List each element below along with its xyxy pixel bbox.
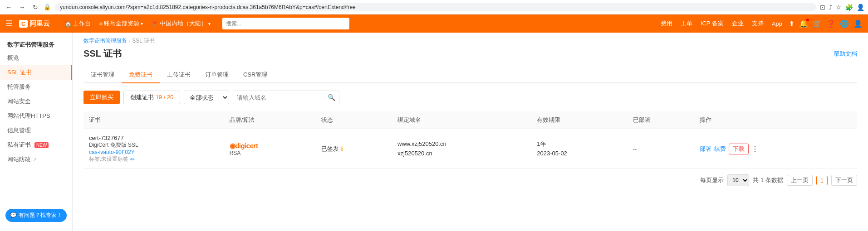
- url-input[interactable]: yundun.console.aliyun.com/?spm=a2c1d.825…: [54, 3, 816, 11]
- help-link[interactable]: 帮助文档: [834, 50, 857, 58]
- domains-cell: www.xzj520520.cn xzj520520.cn: [392, 129, 531, 169]
- external-link-icon: ↗: [33, 157, 37, 163]
- prev-page-button[interactable]: 上一页: [787, 175, 813, 186]
- sidebar-item-overview[interactable]: 概览: [0, 51, 72, 65]
- deployed-count: --: [633, 145, 689, 152]
- breadcrumb-current: SSL 证书: [132, 37, 155, 45]
- cert-type: DigiCert 免费版 SSL: [89, 141, 219, 149]
- status-warning-icon[interactable]: ℹ: [341, 145, 343, 153]
- deploy-button[interactable]: 部署: [700, 145, 711, 153]
- resources-icon: ≡: [99, 20, 103, 27]
- tabs: 证书管理 免费证书 上传证书 订单管理 CSR管理: [83, 67, 857, 83]
- topbar-search[interactable]: [222, 18, 349, 29]
- topbar-nav: 🏠 工作台 ≡ 账号全部资源 ▾ 📍 中国内地（大陆） ▾: [61, 18, 214, 29]
- topbar-right: 费用 工单 ICP 备案 企业 支持 App ⬆ 🔔 🛒 ❓ 🌐 👤: [659, 19, 863, 29]
- status-filter[interactable]: 全部状态 已签发 待验证 已过期 已吊销: [184, 91, 229, 104]
- cert-name: cert-7327677: [89, 135, 219, 141]
- nav-region[interactable]: 📍 中国内地（大陆） ▾: [147, 18, 214, 29]
- digicert-text: ◉digicert: [230, 142, 310, 150]
- tab-csr-management[interactable]: CSR管理: [236, 67, 275, 83]
- nav-icp[interactable]: ICP 备案: [699, 19, 726, 29]
- download-button[interactable]: 下载: [729, 144, 749, 154]
- help-expert-button[interactable]: 💬 有问题？找专家！: [5, 209, 67, 222]
- sidebar: 数字证书管理服务 概览 SSL 证书 托管服务 网站安全 网站代理HTTPS 信…: [0, 33, 73, 231]
- status-issued: 已签发 ℹ: [321, 145, 387, 153]
- extension-icon[interactable]: 🧩: [845, 4, 853, 11]
- tab-cert-management[interactable]: 证书管理: [83, 67, 122, 83]
- location-icon: 📍: [151, 20, 158, 27]
- tab-free-cert[interactable]: 免费证书: [122, 67, 160, 83]
- actions-cell: 部署 续费 下载 ⋮: [694, 129, 857, 169]
- lock-icon: 🔒: [44, 4, 51, 10]
- brand-cell: ◉digicert RSA: [224, 129, 316, 169]
- search-button[interactable]: 🔍: [324, 94, 339, 101]
- domain-item-2: xzj520520.cn: [397, 149, 526, 159]
- create-cert-button[interactable]: 创建证书 19 / 20: [123, 91, 180, 104]
- table-row: cert-7327677 DigiCert 免费版 SSL cas-ivauto…: [83, 129, 857, 169]
- domain-list: www.xzj520520.cn xzj520520.cn: [397, 140, 526, 159]
- main-content: 数字证书管理服务 / SSL 证书 SSL 证书 帮助文档 证书管理 免费证书 …: [73, 33, 868, 231]
- total-info: 共 1 条数据: [753, 176, 783, 184]
- cert-tag: 标签:未设置标签 ✏: [89, 155, 219, 163]
- url-bar: ← → ↻ 🔒 yundun.console.aliyun.com/?spm=a…: [0, 0, 868, 14]
- table-body: cert-7327677 DigiCert 免费版 SSL cas-ivauto…: [83, 129, 857, 169]
- sidebar-item-https-proxy[interactable]: 网站代理HTTPS: [0, 109, 72, 123]
- topbar: ☰ C 阿里云 🏠 工作台 ≡ 账号全部资源 ▾ 📍 中国内地（大陆） ▾ 费用…: [0, 14, 868, 33]
- pagination: 每页显示 10 20 50 共 1 条数据 上一页 1 下一页: [83, 169, 857, 188]
- more-actions-icon[interactable]: ⋮: [751, 144, 759, 153]
- sidebar-item-site-security[interactable]: 网站安全: [0, 94, 72, 109]
- next-page-button[interactable]: 下一页: [831, 175, 857, 186]
- menu-icon[interactable]: ☰: [5, 19, 13, 29]
- main-inner: 数字证书管理服务 / SSL 证书 SSL 证书 帮助文档 证书管理 免费证书 …: [73, 33, 868, 231]
- domain-item-1: www.xzj520520.cn: [397, 140, 526, 149]
- cart-icon[interactable]: 🛒: [813, 19, 822, 28]
- search-input[interactable]: [222, 18, 349, 29]
- question-icon[interactable]: ❓: [826, 19, 835, 28]
- user-avatar[interactable]: 👤: [853, 19, 863, 28]
- buy-button[interactable]: 立即购买: [83, 91, 120, 104]
- back-button[interactable]: ←: [4, 3, 14, 12]
- tab-order-management[interactable]: 订单管理: [198, 67, 236, 83]
- refresh-button[interactable]: ↻: [31, 3, 40, 12]
- status-cell: 已签发 ℹ: [316, 129, 392, 169]
- renew-button[interactable]: 续费: [714, 145, 726, 153]
- nav-enterprise[interactable]: 企业: [730, 19, 745, 29]
- forward-button[interactable]: →: [17, 3, 27, 12]
- digicert-logo: ◉digicert RSA: [230, 142, 310, 156]
- profile-icon[interactable]: 👤: [857, 4, 864, 11]
- nav-workbench[interactable]: 🏠 工作台: [61, 18, 94, 29]
- edit-tag-link[interactable]: ✏: [130, 156, 135, 163]
- nav-ticket[interactable]: 工单: [679, 19, 694, 29]
- bookmark-icon[interactable]: ☆: [836, 4, 842, 11]
- nav-resources[interactable]: ≡ 账号全部资源 ▾: [95, 18, 147, 29]
- col-actions: 操作: [694, 111, 857, 129]
- tab-upload-cert[interactable]: 上传证书: [160, 67, 198, 83]
- actions-group: 部署 续费 下载 ⋮: [700, 144, 852, 154]
- domain-search[interactable]: 🔍: [233, 91, 339, 104]
- cert-instance[interactable]: cas-ivauto-90F02Y: [89, 149, 219, 155]
- toolbar: 立即购买 创建证书 19 / 20 全部状态 已签发 待验证 已过期 已吊销 🔍: [83, 91, 857, 104]
- nav-app[interactable]: App: [770, 19, 784, 28]
- screen-cast-icon[interactable]: ⊡: [820, 4, 825, 11]
- sidebar-item-private-cert[interactable]: 私有证书 NEW: [0, 138, 72, 152]
- current-page[interactable]: 1: [816, 176, 828, 185]
- domain-search-input[interactable]: [233, 91, 324, 104]
- per-page-select[interactable]: 10 20 50: [727, 174, 749, 186]
- page-title-row: SSL 证书 帮助文档: [83, 48, 857, 60]
- page-title: SSL 证书: [83, 48, 122, 60]
- nav-fee[interactable]: 费用: [659, 19, 674, 29]
- caret-icon: ▾: [141, 21, 143, 26]
- logo-text: 阿里云: [29, 19, 50, 28]
- share-icon[interactable]: ⤴: [829, 4, 832, 11]
- col-status: 状态: [316, 111, 392, 129]
- nav-support[interactable]: 支持: [750, 19, 765, 29]
- sidebar-item-hosting[interactable]: 托管服务: [0, 80, 72, 94]
- upload-icon[interactable]: ⬆: [789, 19, 794, 28]
- breadcrumb-link-1[interactable]: 数字证书管理服务: [83, 37, 127, 45]
- sidebar-item-site-tamper[interactable]: 网站防改 ↗: [0, 152, 72, 167]
- sidebar-item-ssl[interactable]: SSL 证书: [0, 65, 72, 80]
- brand-algo: RSA: [230, 150, 310, 156]
- globe-icon[interactable]: 🌐: [840, 19, 849, 28]
- urlbar-actions: ⊡ ⤴ ☆ 🧩 👤: [820, 4, 864, 11]
- sidebar-item-info[interactable]: 信息管理: [0, 123, 72, 138]
